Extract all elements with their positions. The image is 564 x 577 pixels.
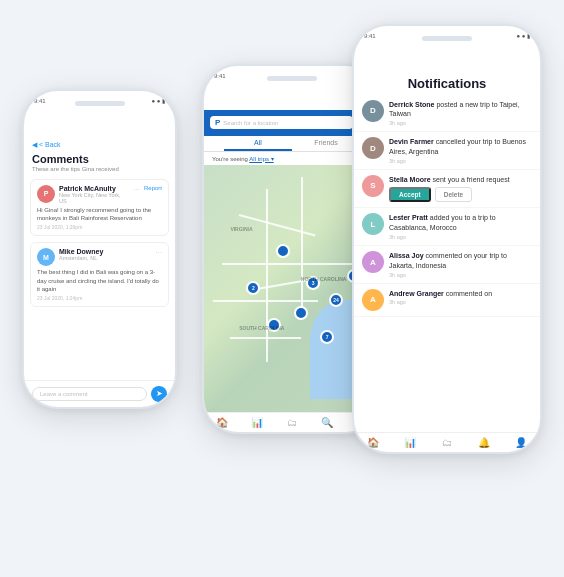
status-bar-left: 9:41 ● ● ▮: [24, 91, 175, 111]
nav-profile-right[interactable]: 👤: [515, 437, 527, 448]
comment-date-1: 23 Jul 2020, 1:24pm: [37, 295, 162, 301]
status-bar-right: 9:41 ● ● ▮: [354, 26, 540, 46]
map-pin-0[interactable]: [276, 244, 290, 258]
map-pin-7[interactable]: 2: [246, 281, 260, 295]
nav-home-right[interactable]: 🏠: [367, 437, 379, 448]
notif-text-2: Stella Moore sent you a friend request: [389, 175, 532, 185]
map-pin-2[interactable]: [294, 306, 308, 320]
screen-comments: ◀ < Back Comments These are the tips Gin…: [24, 135, 175, 407]
notif-item-1: D Devin Farmer cancelled your trip to Bu…: [354, 132, 540, 170]
notif-time-5: 3h ago: [389, 299, 532, 305]
commenter-name-1: Mike Downey: [59, 248, 151, 255]
notif-avatar-4: A: [362, 251, 384, 273]
comment-menu-0[interactable]: ···: [133, 185, 140, 194]
map-road-v1: [266, 189, 268, 362]
notif-time-0: 3h ago: [389, 120, 532, 126]
notif-item-5: A Andrew Granger commented on 3h ago: [354, 284, 540, 317]
notif-avatar-2: S: [362, 175, 384, 197]
notif-text-5: Andrew Granger commented on: [389, 289, 532, 299]
nav-map-center[interactable]: 📊: [251, 417, 263, 428]
notifications-title: Notifications: [354, 70, 540, 95]
nav-search-center[interactable]: 🔍: [321, 417, 333, 428]
screen-notifications: Notifications D Derrick Stone posted a n…: [354, 70, 540, 452]
bottom-nav-right: 🏠 📊 🗂 🔔 👤: [354, 432, 540, 452]
notif-time-1: 3h ago: [389, 158, 532, 164]
notif-avatar-1: D: [362, 137, 384, 159]
map-pin-5[interactable]: 7: [320, 330, 334, 344]
notif-time-4: 3h ago: [389, 272, 532, 278]
notif-item-4: A Alissa Joy commented on your trip to J…: [354, 246, 540, 284]
notif-text-3: Lester Pratt added you to a trip to Casa…: [389, 213, 532, 233]
tab-friends[interactable]: Friends: [292, 136, 360, 151]
comment-input[interactable]: Leave a comment: [32, 387, 147, 401]
tab-all[interactable]: All: [224, 136, 292, 151]
comment-input-bar: Leave a comment ➤: [24, 380, 175, 407]
phone-right: 9:41 ● ● ▮ Notifications D Derrick Stone…: [352, 24, 542, 454]
map-label-1: VIRGINIA: [230, 226, 252, 232]
notif-item-0: D Derrick Stone posted a new trip to Tai…: [354, 95, 540, 133]
map-label-3: SOUTH CAROLINA: [239, 325, 284, 331]
commenter-location-0: New York City, New York, US: [59, 192, 129, 204]
comment-text-0: Hi Gina! I strongly recommend going to t…: [37, 206, 162, 223]
comment-card-0: P Patrick McAnulty New York City, New Yo…: [30, 179, 169, 237]
phone-left: 9:41 ● ● ▮ ◀ < Back Comments These are t…: [22, 89, 177, 409]
all-trips-link[interactable]: All trips ▾: [249, 156, 273, 162]
map-road-h1: [222, 263, 363, 265]
nav-trips-right[interactable]: 🗂: [442, 437, 452, 448]
delete-button[interactable]: Delete: [435, 187, 473, 202]
commenter-location-1: Amsterdam, NL: [59, 255, 151, 261]
comment-date-0: 23 Jul 2020, 1:26pm: [37, 224, 162, 230]
notif-text-1: Devin Farmer cancelled your trip to Buen…: [389, 137, 532, 157]
avatar-1: M: [37, 248, 55, 266]
send-button[interactable]: ➤: [151, 386, 167, 402]
comment-menu-1[interactable]: ···: [155, 248, 162, 257]
comments-subtitle: These are the tips Gina received: [24, 166, 175, 176]
nav-map-right[interactable]: 📊: [404, 437, 416, 448]
notif-item-3: L Lester Pratt added you to a trip to Ca…: [354, 208, 540, 246]
app-logo: P: [215, 118, 220, 127]
notif-text-0: Derrick Stone posted a new trip to Taipe…: [389, 100, 532, 120]
notif-avatar-0: D: [362, 100, 384, 122]
search-placeholder: Search for a location: [223, 120, 348, 126]
notif-time-3: 3h ago: [389, 234, 532, 240]
nav-home-center[interactable]: 🏠: [216, 417, 228, 428]
search-bar[interactable]: P Search for a location: [210, 116, 353, 129]
notif-text-4: Alissa Joy commented on your trip to Jak…: [389, 251, 532, 271]
nav-notif-right[interactable]: 🔔: [478, 437, 490, 448]
map-label-2: NORTH CAROLINA: [301, 276, 347, 282]
map-road-v2: [301, 177, 303, 313]
commenter-name-0: Patrick McAnulty: [59, 185, 129, 192]
avatar-0: P: [37, 185, 55, 203]
notif-actions-2: Accept Delete: [389, 187, 532, 202]
map-pin-3[interactable]: 24: [329, 293, 343, 307]
notif-avatar-3: L: [362, 213, 384, 235]
notif-item-2: S Stella Moore sent you a friend request…: [354, 170, 540, 209]
accept-button[interactable]: Accept: [389, 187, 431, 202]
report-button-0[interactable]: Report: [144, 185, 162, 191]
comment-text-1: The best thing I did in Bali was going o…: [37, 268, 162, 293]
back-button[interactable]: ◀ < Back: [24, 135, 175, 151]
nav-trips-center[interactable]: 🗂: [287, 417, 297, 428]
phones-container: 9:41 ● ● ▮ ◀ < Back Comments These are t…: [12, 9, 552, 569]
comment-card-1: M Mike Downey Amsterdam, NL ··· The best…: [30, 242, 169, 307]
notif-avatar-5: A: [362, 289, 384, 311]
comments-title: Comments: [24, 151, 175, 166]
